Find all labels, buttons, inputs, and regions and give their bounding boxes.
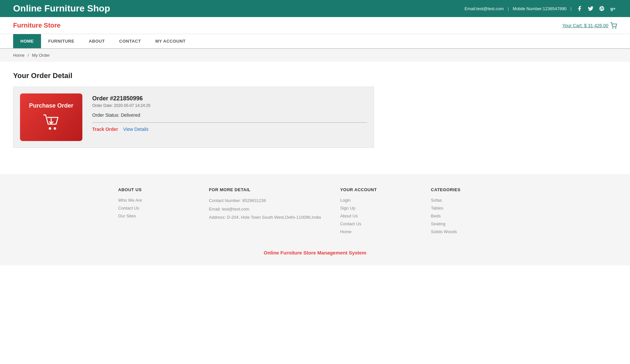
footer-tables[interactable]: Tables [431,206,443,211]
googleplus-icon[interactable]: g+ [609,5,617,12]
list-item: Contact Us [118,205,199,211]
nav-about[interactable]: ABOUT [82,34,112,48]
footer-about-links: Who We Are Contact Us Our Sites [118,197,199,218]
list-item: Solids Woods [431,229,512,234]
cart-text: Your Cart: $ 31,426.00 [562,23,608,28]
nav-furniture[interactable]: FURNITURE [41,34,82,48]
footer-contact-us[interactable]: Contact Us [340,221,361,226]
footer-category-links: Sofas Tables Beds Seating Solids Woods [431,197,512,234]
footer-bottom-text: Online Furniture Store Management System [264,250,367,255]
footer-contact-number: Contact Number: 8529631236 [209,197,330,204]
footer-signup[interactable]: Sign Up [340,206,355,211]
footer-home[interactable]: Home [340,229,352,234]
brand-name: Furniture Store [13,22,60,29]
footer-bottom: Online Furniture Store Management System [13,243,617,259]
facebook-icon[interactable] [576,5,583,12]
list-item: Home [340,229,421,234]
cart-download-icon [41,112,61,132]
footer-seating[interactable]: Seating [431,221,445,226]
track-order-link[interactable]: Track Order [92,127,118,132]
mobile-info: Mobile Number:1236547890 [513,6,567,11]
list-item: Login [340,197,421,203]
list-item: Seating [431,221,512,226]
nav-bar: HOME FURNITURE ABOUT CONTACT MY ACCOUNT [0,34,630,49]
order-status: Order Status: Delivered [92,112,367,118]
footer-grid: ABOUT US Who We Are Contact Us Our Sites… [118,187,512,237]
site-title: Online Furniture Shop [13,3,110,14]
footer-about-us[interactable]: About Us [340,213,358,218]
order-date: Order Date: 2020-05-07 14:24:25 [92,103,367,108]
list-item: Tables [431,205,512,211]
svg-point-3 [49,127,52,130]
footer-more-detail-heading: FOR MORE DETAIL [209,187,330,192]
footer-solids-woods[interactable]: Solids Woods [431,229,457,234]
footer-your-account: YOUR ACCOUNT Login Sign Up About Us Cont… [340,187,421,237]
footer-who-we-are[interactable]: Who We Are [118,198,142,203]
order-card: Purchase Order Order #221850996 Order Da… [13,87,374,148]
footer-beds[interactable]: Beds [431,213,441,218]
view-details-link[interactable]: View Details [123,127,149,132]
breadcrumb-current: My Order [32,53,50,58]
footer-categories: CATEGORIES Sofas Tables Beds Seating Sol… [431,187,512,237]
footer-sofas[interactable]: Sofas [431,198,442,203]
nav-myaccount[interactable]: MY ACCOUNT [148,34,193,48]
email-info: Email:test@test.com [465,6,504,11]
nav-home[interactable]: HOME [13,34,41,48]
divider: | [508,6,509,11]
footer: ABOUT US Who We Are Contact Us Our Sites… [0,174,630,265]
dribbble-icon[interactable] [598,5,606,12]
list-item: Sofas [431,197,512,203]
footer-more-detail: FOR MORE DETAIL Contact Number: 85296312… [209,187,330,237]
breadcrumb-home[interactable]: Home [13,53,25,58]
list-item: Contact Us [340,221,421,226]
svg-point-4 [54,127,56,130]
list-item: Who We Are [118,197,199,203]
cart-link[interactable]: Your Cart: $ 31,426.00 [562,22,617,29]
list-item: About Us [340,213,421,218]
footer-email: Email: test@test.com [209,206,330,212]
page-title: Your Order Detail [13,71,413,80]
breadcrumb-sep: / [28,53,29,58]
order-actions: Track Order View Details [92,127,367,132]
nav-contact[interactable]: CONTACT [112,34,148,48]
footer-about-heading: ABOUT US [118,187,199,192]
social-icons: g+ [576,5,617,12]
brand-bar: Furniture Store Your Cart: $ 31,426.00 [0,17,630,34]
main-content: Your Order Detail Purchase Order Order #… [0,68,427,161]
twitter-icon[interactable] [587,5,595,12]
order-divider [92,122,367,123]
top-bar: Online Furniture Shop Email:test@test.co… [0,0,630,17]
order-details: Order #221850996 Order Date: 2020-05-07 … [92,93,367,132]
divider2: | [571,6,572,11]
list-item: Beds [431,213,512,218]
purchase-order-label: Purchase Order [29,102,73,109]
top-right-info: Email:test@test.com | Mobile Number:1236… [465,5,617,12]
footer-account-heading: YOUR ACCOUNT [340,187,421,192]
footer-about-us: ABOUT US Who We Are Contact Us Our Sites [118,187,199,237]
svg-point-1 [613,28,613,28]
list-item: Sign Up [340,205,421,211]
footer-account-links: Login Sign Up About Us Contact Us Home [340,197,421,234]
breadcrumb: Home / My Order [0,49,630,62]
svg-point-2 [616,28,616,28]
order-number: Order #221850996 [92,95,367,102]
footer-login[interactable]: Login [340,198,351,203]
cart-icon [610,22,617,29]
footer-our-sites[interactable]: Our Sites [118,213,136,218]
purchase-order-image: Purchase Order [20,93,82,141]
footer-contact-us-about[interactable]: Contact Us [118,206,139,211]
footer-categories-heading: CATEGORIES [431,187,512,192]
list-item: Our Sites [118,213,199,218]
footer-address: Address: D-204, Hole Town South West,Del… [209,214,330,221]
